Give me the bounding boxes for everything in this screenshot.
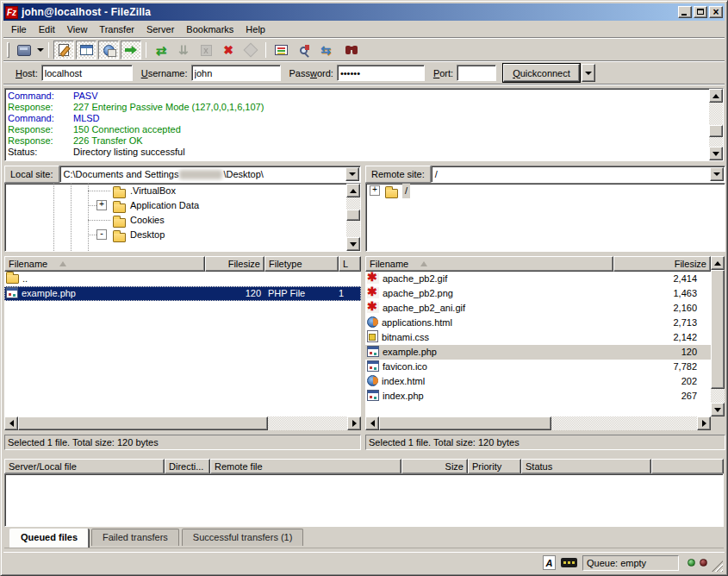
refresh-button[interactable]: ⇄ bbox=[151, 41, 171, 59]
list-item-parent-dir[interactable]: .. bbox=[4, 272, 361, 286]
menu-transfer[interactable]: Transfer bbox=[93, 22, 140, 37]
scrollbar-thumb[interactable] bbox=[379, 416, 551, 430]
remote-list-hscrollbar[interactable] bbox=[365, 416, 711, 430]
queue-status: Queue: empty bbox=[582, 555, 679, 571]
ascii-data-type-icon[interactable]: A bbox=[543, 555, 556, 570]
remote-list-scrollbar[interactable] bbox=[711, 256, 725, 416]
remote-directory-tree[interactable]: + / bbox=[365, 183, 725, 252]
column-header-size[interactable]: Size bbox=[401, 459, 468, 474]
directory-filters-button[interactable] bbox=[271, 41, 291, 59]
host-input[interactable] bbox=[41, 65, 133, 81]
disconnect-button[interactable]: ✖ bbox=[218, 41, 239, 59]
collapse-icon[interactable]: - bbox=[96, 229, 107, 240]
scrollbar-thumb[interactable] bbox=[346, 210, 360, 221]
menu-help[interactable]: Help bbox=[240, 22, 271, 37]
menu-server[interactable]: Server bbox=[140, 22, 180, 37]
toggle-transfer-queue-button[interactable] bbox=[121, 41, 141, 59]
list-item-example-php[interactable]: example.php 120 PHP File 1 bbox=[4, 286, 361, 301]
expand-icon[interactable]: + bbox=[370, 185, 380, 196]
local-site-dropdown[interactable] bbox=[345, 167, 359, 181]
list-item-example-php[interactable]: example.php 120 bbox=[365, 345, 711, 360]
local-list-hscrollbar[interactable] bbox=[4, 416, 361, 430]
toggle-remote-tree-button[interactable] bbox=[98, 41, 119, 59]
find-files-button[interactable] bbox=[338, 41, 358, 59]
column-header-last-modified[interactable]: L bbox=[339, 256, 361, 272]
synchronized-browsing-button[interactable]: ⇆ bbox=[315, 41, 336, 59]
local-file-list[interactable]: .. example.php 120 PHP File 1 bbox=[4, 272, 361, 416]
username-input[interactable] bbox=[191, 65, 281, 81]
window-title: john@localhost - FileZilla bbox=[22, 6, 676, 18]
column-header-priority[interactable]: Priority bbox=[468, 459, 521, 474]
column-header-status[interactable]: Status bbox=[521, 459, 651, 474]
tree-item-virtualbox[interactable]: .VirtualBox bbox=[5, 184, 360, 198]
cancel-operation-button[interactable]: x bbox=[196, 41, 216, 59]
column-header-direction[interactable]: Directi... bbox=[165, 459, 210, 474]
column-header-filename[interactable]: Filename bbox=[365, 256, 613, 272]
menu-file[interactable]: File bbox=[5, 22, 33, 37]
compare-directories-button[interactable] bbox=[293, 41, 314, 59]
sort-ascending-icon bbox=[420, 261, 427, 266]
column-header-filename[interactable]: Filename bbox=[4, 256, 205, 272]
column-header-server-local-file[interactable]: Server/Local file bbox=[4, 459, 165, 474]
tree-item-desktop[interactable]: - Desktop bbox=[5, 228, 360, 242]
transfer-queue-body[interactable] bbox=[4, 473, 724, 527]
title-bar[interactable]: Fz john@localhost - FileZilla × bbox=[3, 3, 725, 21]
list-item[interactable]: index.php 267 bbox=[365, 389, 711, 404]
reconnect-button[interactable] bbox=[240, 41, 261, 59]
toggle-message-log-button[interactable] bbox=[53, 41, 74, 59]
message-log[interactable]: Command:PASV Response:227 Entering Passi… bbox=[4, 88, 724, 161]
scrollbar-thumb[interactable] bbox=[711, 270, 725, 389]
column-header-filesize[interactable]: Filesize bbox=[205, 256, 264, 272]
tab-queued-files[interactable]: Queued files bbox=[9, 529, 89, 548]
list-item[interactable]: apache_pb2.gif 2,414 bbox=[365, 272, 711, 286]
remote-tree-icon bbox=[103, 45, 115, 56]
binoculars-icon bbox=[345, 46, 351, 54]
quickconnect-button[interactable]: Quickconnect bbox=[503, 64, 580, 82]
list-item[interactable]: index.html 202 bbox=[365, 374, 711, 389]
remote-file-list[interactable]: apache_pb2.gif 2,414 apache_pb2.png 1,46… bbox=[365, 272, 711, 416]
scrollbar-thumb[interactable] bbox=[18, 416, 268, 430]
list-item[interactable]: bitnami.css 2,142 bbox=[365, 330, 711, 345]
site-manager-dropdown[interactable] bbox=[35, 41, 45, 59]
message-log-scrollbar[interactable] bbox=[709, 89, 723, 160]
password-input[interactable] bbox=[337, 65, 425, 81]
tab-failed-transfers[interactable]: Failed transfers bbox=[91, 529, 179, 546]
toggle-local-tree-button[interactable] bbox=[76, 41, 96, 59]
close-button[interactable]: × bbox=[709, 6, 723, 18]
site-manager-button[interactable] bbox=[14, 41, 34, 59]
local-directory-tree[interactable]: .VirtualBox + Application Data Cookies -… bbox=[4, 183, 361, 252]
list-item[interactable]: apache_pb2_ani.gif 2,160 bbox=[365, 301, 711, 316]
status-bar: A Queue: empty bbox=[3, 552, 725, 573]
column-header-filetype[interactable]: Filetype bbox=[264, 256, 339, 272]
remote-site-dropdown[interactable] bbox=[710, 167, 724, 181]
remote-site-combobox[interactable]: / bbox=[431, 166, 725, 183]
tree-item-application-data[interactable]: + Application Data bbox=[5, 198, 360, 213]
menu-edit[interactable]: Edit bbox=[33, 22, 61, 37]
list-item[interactable]: favicon.ico 7,782 bbox=[365, 360, 711, 374]
scrollbar-thumb[interactable] bbox=[709, 125, 723, 137]
tree-item-cookies[interactable]: Cookies bbox=[5, 213, 360, 228]
menu-view[interactable]: View bbox=[61, 22, 94, 37]
process-queue-button[interactable]: ⇊ bbox=[173, 41, 194, 59]
scroll-right-icon bbox=[352, 420, 357, 427]
tab-successful-transfers[interactable]: Successful transfers (1) bbox=[182, 529, 304, 546]
tree-item-root[interactable]: + / bbox=[366, 184, 725, 198]
column-header-filesize[interactable]: Filesize bbox=[613, 256, 711, 272]
list-item[interactable]: apache_pb2.png 1,463 bbox=[365, 286, 711, 301]
maximize-button[interactable] bbox=[694, 6, 707, 18]
port-input[interactable] bbox=[457, 65, 496, 81]
expand-icon[interactable]: + bbox=[96, 200, 107, 210]
quickconnect-dropdown[interactable] bbox=[582, 64, 595, 82]
speed-limits-icon[interactable] bbox=[561, 558, 577, 567]
list-item[interactable]: applications.html 2,713 bbox=[365, 316, 711, 330]
minimize-button[interactable] bbox=[678, 6, 692, 18]
menu-bookmarks[interactable]: Bookmarks bbox=[180, 22, 240, 37]
php-file-icon bbox=[367, 390, 379, 401]
column-header-remote-file[interactable]: Remote file bbox=[210, 459, 401, 474]
chevron-down-icon bbox=[713, 172, 720, 176]
local-site-combobox[interactable]: C:\Documents and Settings\Desktop\ bbox=[59, 166, 361, 183]
log-line: Response:226 Transfer OK bbox=[8, 135, 707, 147]
resize-grip[interactable] bbox=[712, 560, 723, 572]
maximize-icon bbox=[697, 9, 704, 15]
local-tree-scrollbar[interactable] bbox=[346, 184, 360, 251]
